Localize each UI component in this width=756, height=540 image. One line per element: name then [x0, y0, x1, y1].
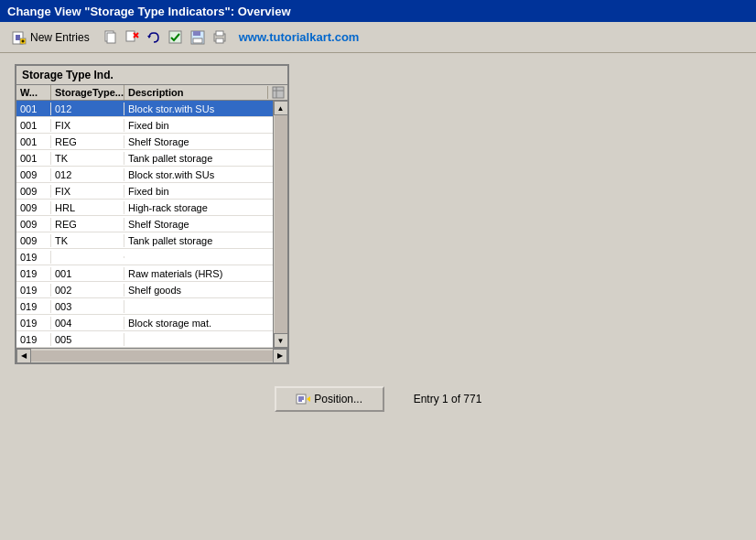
- table-row[interactable]: 001 TK Tank pallet storage: [16, 150, 273, 167]
- col-header-desc: Description: [124, 85, 267, 100]
- rows-container: 001 012 Block stor.with SUs 001 FIX Fixe…: [16, 101, 273, 348]
- cell-st: 004: [51, 317, 124, 329]
- cell-st: FIX: [51, 119, 124, 132]
- cell-st: 012: [51, 103, 124, 115]
- table-row[interactable]: 001 FIX Fixed bin: [16, 117, 273, 134]
- position-button[interactable]: Position...: [275, 386, 384, 412]
- check-icon: [168, 30, 183, 45]
- cell-st: 003: [51, 300, 124, 313]
- cell-st: 012: [51, 168, 124, 181]
- cell-w: 009: [16, 201, 51, 214]
- copy-icon-btn[interactable]: [100, 27, 120, 48]
- cell-w: 001: [16, 119, 51, 132]
- svg-marker-12: [147, 36, 151, 38]
- table-row[interactable]: 019 002 Shelf goods: [16, 282, 273, 298]
- main-content: Storage Type Ind. W... StorageType... De…: [0, 53, 756, 419]
- table-row[interactable]: 009 TK Tank pallet storage: [16, 232, 273, 249]
- cell-w: 009: [16, 168, 51, 181]
- cell-w: 019: [16, 251, 51, 264]
- cell-st: 002: [51, 284, 124, 297]
- svg-rect-8: [107, 33, 115, 43]
- cell-desc: Fixed bin: [124, 185, 273, 198]
- svg-rect-9: [126, 31, 135, 41]
- table-row[interactable]: 019 004 Block storage mat.: [16, 315, 273, 331]
- table-row[interactable]: 019 005: [16, 331, 273, 348]
- cell-w: 009: [16, 218, 51, 231]
- delete-icon-btn[interactable]: [122, 27, 142, 48]
- entry-info: Entry 1 of 771: [414, 393, 482, 405]
- svg-rect-13: [169, 31, 181, 43]
- cell-desc: Shelf Storage: [124, 135, 273, 148]
- cell-w: 019: [16, 333, 51, 346]
- storage-type-table: Storage Type Ind. W... StorageType... De…: [15, 64, 289, 364]
- scroll-right-btn[interactable]: ▶: [273, 349, 287, 363]
- svg-marker-27: [307, 396, 310, 402]
- watermark-text: www.tutorialkart.com: [239, 30, 360, 44]
- cell-desc: Block storage mat.: [124, 317, 273, 329]
- check-icon-btn[interactable]: [166, 27, 186, 48]
- cell-w: 009: [16, 234, 51, 247]
- horizontal-scrollbar[interactable]: ◀ ▶: [16, 348, 287, 362]
- title-bar: Change View "Storage Type Indicators": O…: [0, 0, 756, 22]
- undo-icon-btn[interactable]: [144, 27, 164, 48]
- table-row[interactable]: 001 REG Shelf Storage: [16, 134, 273, 150]
- cell-desc: Tank pallet storage: [124, 234, 273, 247]
- footer-area: Position... Entry 1 of 771: [15, 386, 741, 412]
- cell-w: 001: [16, 103, 51, 115]
- toolbar: New Entries: [0, 22, 756, 53]
- cell-st: REG: [51, 218, 124, 231]
- cell-w: 001: [16, 135, 51, 148]
- col-settings-icon[interactable]: [267, 86, 287, 99]
- table-row[interactable]: 009 HRL High-rack storage: [16, 200, 273, 216]
- table-row[interactable]: 009 FIX Fixed bin: [16, 183, 273, 200]
- table-settings-icon: [272, 86, 285, 99]
- table-title: Storage Type Ind.: [16, 66, 287, 85]
- cell-desc: Block stor.with SUs: [124, 168, 273, 181]
- position-icon: [296, 392, 310, 406]
- table-row[interactable]: 019: [16, 249, 273, 265]
- cell-w: 019: [16, 284, 51, 297]
- cell-desc: [124, 306, 273, 308]
- cell-w: 001: [16, 152, 51, 165]
- scroll-down-btn[interactable]: ▼: [274, 333, 288, 348]
- cell-w: 019: [16, 267, 51, 280]
- cell-st: 001: [51, 267, 124, 280]
- col-header-w: W...: [16, 85, 51, 100]
- new-entries-icon: [12, 30, 27, 45]
- h-scroll-track[interactable]: [31, 351, 273, 362]
- svg-rect-19: [216, 38, 223, 43]
- cell-desc: High-rack storage: [124, 201, 273, 214]
- window-title: Change View "Storage Type Indicators": O…: [7, 5, 291, 18]
- cell-desc: Tank pallet storage: [124, 152, 273, 165]
- table-row[interactable]: 009 012 Block stor.with SUs: [16, 167, 273, 183]
- print-icon: [212, 30, 227, 45]
- cell-desc: [124, 256, 273, 258]
- new-entries-label: New Entries: [30, 31, 90, 44]
- save-icon-btn[interactable]: [188, 27, 208, 48]
- table-row[interactable]: 019 001 Raw materials (HRS): [16, 265, 273, 282]
- vertical-scrollbar[interactable]: ▲ ▼: [273, 101, 287, 348]
- table-row[interactable]: 001 012 Block stor.with SUs: [16, 101, 273, 117]
- scroll-left-btn[interactable]: ◀: [16, 349, 31, 363]
- svg-rect-18: [216, 31, 223, 36]
- cell-st: FIX: [51, 185, 124, 198]
- cell-desc: Shelf goods: [124, 284, 273, 297]
- cell-desc: Raw materials (HRS): [124, 267, 273, 280]
- svg-rect-16: [193, 38, 202, 43]
- table-row[interactable]: 009 REG Shelf Storage: [16, 216, 273, 232]
- cell-desc: [124, 339, 273, 340]
- new-entries-button[interactable]: New Entries: [7, 27, 94, 48]
- delete-icon: [124, 30, 139, 45]
- cell-desc: Block stor.with SUs: [124, 103, 273, 115]
- scroll-track[interactable]: [275, 115, 287, 333]
- table-row[interactable]: 019 003: [16, 298, 273, 315]
- cell-w: 019: [16, 300, 51, 313]
- position-btn-label: Position...: [314, 393, 362, 405]
- cell-st: HRL: [51, 201, 124, 214]
- cell-st: TK: [51, 152, 124, 165]
- save-icon: [190, 30, 205, 45]
- cell-desc: Shelf Storage: [124, 218, 273, 231]
- cell-w: 009: [16, 185, 51, 198]
- print-icon-btn[interactable]: [210, 27, 230, 48]
- scroll-up-btn[interactable]: ▲: [274, 101, 288, 115]
